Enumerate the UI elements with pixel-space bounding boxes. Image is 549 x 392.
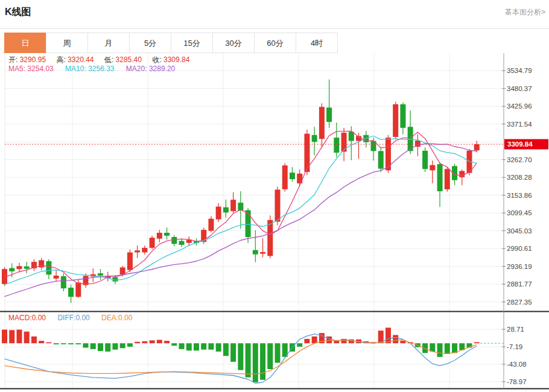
high-label: 高: (56, 55, 65, 64)
candle-body (157, 233, 162, 239)
candle-body (334, 138, 339, 153)
candle-body (9, 268, 14, 271)
candle-body (142, 248, 147, 253)
candle-body (68, 288, 74, 297)
macd-bar (31, 337, 37, 343)
y-axis-label: 2881.77 (507, 280, 532, 288)
tab-period-2[interactable]: 月 (87, 33, 130, 53)
candlestick-macd-chart[interactable]: 3534.793480.373425.963371.543262.703208.… (0, 53, 549, 392)
y-axis-label: 2990.61 (507, 245, 532, 252)
candle-body (445, 169, 450, 189)
macd-bar (230, 343, 236, 362)
macd-bar (68, 343, 74, 344)
macd-bar (312, 337, 317, 343)
tab-period-5[interactable]: 30分 (212, 33, 255, 53)
y-axis-label: 3045.03 (507, 227, 532, 235)
y-axis-label: 3262.70 (507, 156, 532, 163)
candle-body (164, 233, 170, 236)
macd-bar (201, 343, 206, 350)
candle-body (312, 135, 317, 142)
candle-body (253, 250, 258, 254)
macd-bar (445, 343, 450, 354)
widget-header: K线图 基本面分析> (0, 0, 549, 29)
last-price-label: 3309.84 (507, 141, 533, 148)
macd-bar (2, 330, 7, 344)
macd-axis-label: 28.71 (507, 326, 524, 333)
open-label: 开: (8, 55, 17, 64)
tab-period-3[interactable]: 5分 (129, 33, 171, 53)
candle-body (98, 273, 103, 276)
y-axis-label: 3208.28 (507, 174, 532, 181)
tab-period-1[interactable]: 周 (46, 33, 88, 53)
macd-bar (46, 343, 51, 344)
candle-body (16, 266, 22, 269)
macd-bar (246, 343, 251, 378)
candle-body (319, 107, 325, 139)
tab-period-0[interactable]: 日 (4, 33, 46, 53)
open-value: 3290.95 (20, 55, 46, 64)
macd-bar (474, 342, 480, 343)
tab-period-6[interactable]: 60分 (254, 33, 296, 53)
macd-bar (164, 341, 170, 343)
dea-value: DEA:0.00 (101, 314, 132, 322)
macd-axis-label: -7.19 (507, 343, 522, 350)
macd-bar (150, 340, 155, 343)
candle-body (208, 219, 214, 231)
macd-axis-label: -43.08 (507, 361, 527, 368)
macd-bar (24, 332, 30, 343)
candle-body (267, 220, 273, 256)
candle-body (179, 241, 185, 245)
candle-body (150, 238, 155, 248)
candle-body (186, 240, 192, 243)
y-axis-label: 3425.96 (507, 103, 532, 110)
macd-bar (194, 343, 199, 350)
macd-bar (400, 341, 405, 343)
macd-bar (223, 343, 229, 356)
macd-bar (216, 343, 221, 352)
diff-value: DIFF:0.00 (57, 314, 89, 322)
y-axis-label: 3534.79 (507, 67, 532, 74)
fundamental-analysis-link[interactable]: 基本面分析> (505, 7, 545, 17)
ohlc-legend: 开: 3290.95 高: 3320.44 低: 3285.40 收: 3309… (8, 55, 198, 65)
macd-bar (39, 341, 44, 343)
macd-bar (90, 343, 96, 349)
y-axis-label: 2827.35 (507, 299, 532, 306)
candle-body (378, 151, 384, 168)
macd-value: MACD:0.00 (8, 314, 46, 322)
period-tab-bar: 日周月5分15分30分60分4时 (5, 33, 549, 53)
y-axis-label: 3153.86 (507, 192, 532, 199)
macd-bar (16, 330, 22, 344)
candle-body (393, 104, 398, 137)
candle-body (326, 107, 332, 122)
y-axis-label: 3371.54 (507, 121, 532, 128)
macd-bar (157, 340, 162, 344)
ma-legend: MA5: 3254.03 MA10: 3256.33 MA20: 3289.20 (8, 65, 175, 73)
macd-bar (135, 342, 140, 343)
candle-body (246, 210, 251, 237)
tab-period-4[interactable]: 15分 (171, 33, 213, 53)
macd-bar (9, 330, 14, 343)
candle-body (349, 131, 354, 141)
macd-bar (208, 343, 214, 350)
macd-bar (61, 343, 66, 344)
macd-bar (275, 343, 281, 362)
ma20-legend: MA20: 3289.20 (126, 65, 175, 73)
kline-chart-area: 3534.793480.373425.963371.543262.703208.… (0, 53, 549, 392)
candle-body (290, 172, 295, 179)
macd-bar (171, 343, 177, 346)
macd-bar (105, 343, 110, 352)
y-axis-label: 3480.37 (507, 85, 532, 92)
close-label: 收: (152, 55, 161, 64)
macd-axis-label: -78.97 (507, 378, 527, 385)
macd-bar (186, 343, 192, 350)
candle-body (171, 237, 177, 244)
candle-body (61, 276, 66, 288)
macd-bar (260, 343, 265, 380)
macd-bar (127, 343, 133, 347)
candle-body (459, 171, 465, 177)
low-value: 3285.40 (116, 55, 142, 64)
candle-body (422, 151, 428, 169)
tab-period-7[interactable]: 4时 (296, 33, 338, 53)
macd-bar (267, 343, 273, 369)
candle-body (275, 189, 281, 221)
